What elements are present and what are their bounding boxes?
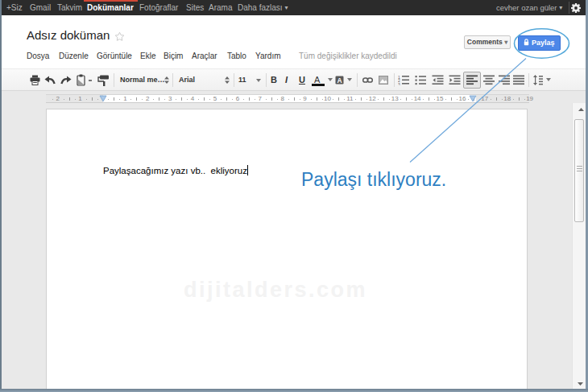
svg-text:3: 3 [398, 82, 400, 86]
svg-text:A: A [337, 76, 342, 85]
